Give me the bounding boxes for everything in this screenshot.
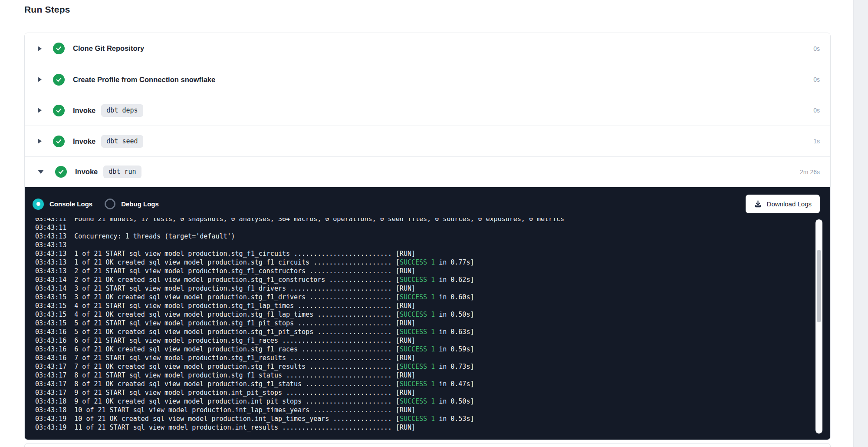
step-row[interactable]: Clone Git Repository 0s (25, 33, 830, 64)
step-label: Invoke (73, 106, 95, 115)
log-line: 03:43:17 7 of 21 OK created sql view mod… (35, 362, 813, 371)
step-row[interactable]: Invoke dbt deps 0s (25, 95, 830, 126)
download-icon (754, 200, 762, 208)
success-check-icon (53, 74, 65, 86)
log-line: 03:43:11 (35, 223, 813, 232)
chevron-icon[interactable] (38, 170, 44, 174)
log-line: 03:43:13 2 of 21 START sql view model pr… (35, 267, 813, 275)
log-line: 03:43:15 5 of 21 START sql view model pr… (35, 319, 813, 328)
run-steps-card: Clone Git Repository 0s Create Profile f… (24, 33, 831, 440)
page-title: Run Steps (24, 4, 70, 15)
step-row[interactable]: Create Profile from Connection snowflake… (25, 64, 830, 95)
download-logs-label: Download Logs (767, 200, 812, 208)
step-command-chip: dbt run (103, 166, 141, 178)
step-label: Invoke (75, 168, 98, 176)
log-line: 03:43:15 4 of 21 OK created sql view mod… (35, 310, 813, 319)
run-steps-list: Clone Git Repository 0s Create Profile f… (25, 33, 830, 187)
log-line: 03:43:14 2 of 21 OK created sql view mod… (35, 275, 813, 284)
log-line: 03:43:17 9 of 21 START sql view model pr… (35, 388, 813, 397)
log-line: 03:43:16 6 of 21 OK created sql view mod… (35, 345, 813, 354)
log-tab[interactable]: Debug Logs (105, 199, 159, 209)
log-line: 03:43:15 4 of 21 START sql view model pr… (35, 301, 813, 310)
chevron-icon[interactable] (38, 139, 42, 144)
log-line: 03:43:11 Found 21 models, 17 tests, 0 sn… (35, 218, 813, 223)
log-line: 03:43:15 3 of 21 OK created sql view mod… (35, 293, 813, 301)
next-step-card-edge (24, 443, 831, 447)
console-header: Console Logs Debug Logs Download Logs (25, 187, 830, 218)
log-line: 03:43:17 8 of 21 OK created sql view mod… (35, 380, 813, 388)
success-check-icon (53, 105, 65, 116)
log-line: 03:43:17 8 of 21 START sql view model pr… (35, 371, 813, 380)
log-line: 03:43:16 5 of 21 OK created sql view mod… (35, 328, 813, 336)
log-tab[interactable]: Console Logs (33, 199, 92, 210)
log-line: 03:43:13 (35, 241, 813, 249)
log-line: 03:43:13 1 of 21 OK created sql view mod… (35, 258, 813, 267)
step-label: Invoke (73, 137, 95, 146)
log-tab-label: Console Logs (49, 200, 92, 208)
console-log-output[interactable]: 03:43:11 Found 21 models, 17 tests, 0 sn… (25, 218, 813, 434)
chevron-icon[interactable] (38, 77, 42, 82)
step-row[interactable]: Invoke dbt run 2m 26s (25, 156, 830, 187)
log-line: 03:43:13 1 of 21 START sql view model pr… (35, 249, 813, 258)
log-line: 03:43:19 11 of 21 START sql view model p… (35, 423, 813, 432)
chevron-icon[interactable] (38, 46, 42, 51)
log-line: 03:43:18 9 of 21 OK created sql view mod… (35, 397, 813, 406)
log-line: 03:43:13 Concurrency: 1 threads (target=… (35, 232, 813, 241)
step-duration: 0s (813, 76, 820, 83)
console-scrollbar-thumb[interactable] (817, 250, 821, 322)
step-duration: 2m 26s (800, 169, 820, 175)
step-label: Clone Git Repository (73, 44, 144, 53)
console-panel: Console Logs Debug Logs Download Logs 03… (25, 187, 830, 440)
log-line: 03:43:18 10 of 21 START sql view model p… (35, 406, 813, 414)
radio-icon (33, 199, 44, 210)
page-right-gutter (853, 0, 868, 447)
success-check-icon (53, 43, 65, 54)
log-line: 03:43:16 6 of 21 START sql view model pr… (35, 336, 813, 345)
log-type-radio-group: Console Logs Debug Logs (33, 199, 171, 210)
step-duration: 0s (813, 45, 820, 52)
chevron-icon[interactable] (38, 108, 42, 113)
step-duration: 1s (813, 138, 820, 145)
log-tab-label: Debug Logs (121, 200, 159, 208)
step-duration: 0s (813, 107, 820, 114)
console-scrollbar[interactable] (815, 219, 822, 434)
step-command-chip: dbt deps (101, 104, 143, 117)
download-logs-button[interactable]: Download Logs (746, 195, 820, 213)
success-check-icon (55, 166, 67, 178)
step-row[interactable]: Invoke dbt seed 1s (25, 126, 830, 156)
log-line: 03:43:19 10 of 21 OK created sql view mo… (35, 414, 813, 423)
step-label: Create Profile from Connection snowflake (73, 76, 215, 84)
radio-icon (105, 199, 115, 209)
success-check-icon (53, 136, 65, 147)
log-line: 03:43:16 7 of 21 START sql view model pr… (35, 354, 813, 362)
step-command-chip: dbt seed (101, 135, 143, 148)
log-line: 03:43:14 3 of 21 START sql view model pr… (35, 284, 813, 293)
